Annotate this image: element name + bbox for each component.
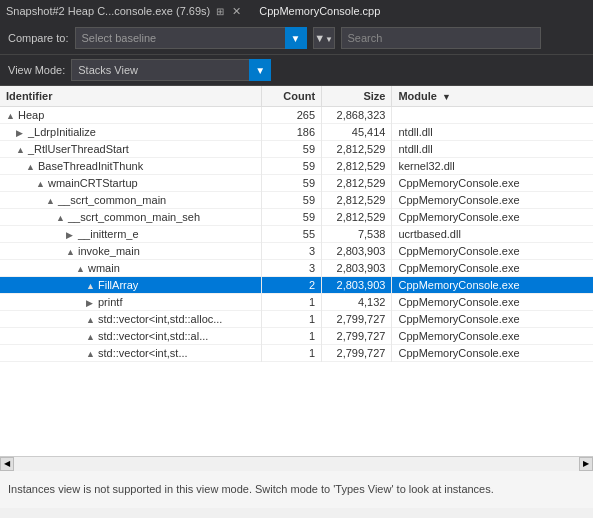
horizontal-scrollbar[interactable]: ◀ ▶ (0, 456, 593, 470)
cell-module: CppMemoryConsole.exe (392, 260, 593, 277)
cell-count: 1 (261, 328, 321, 345)
cell-identifier: ▲wmain (0, 260, 261, 277)
cell-size: 2,812,529 (322, 158, 392, 175)
table-row[interactable]: ▲wmainCRTStartup592,812,529CppMemoryCons… (0, 175, 593, 192)
col-header-size[interactable]: Size (322, 86, 392, 107)
table-row[interactable]: ▲FillArray22,803,903CppMemoryConsole.exe (0, 277, 593, 294)
cell-size: 2,812,529 (322, 141, 392, 158)
table-row[interactable]: ▶printf14,132CppMemoryConsole.exe (0, 294, 593, 311)
cell-module: CppMemoryConsole.exe (392, 175, 593, 192)
tree-expand-icon[interactable]: ▲ (6, 111, 16, 121)
filter-button[interactable]: ▼▼ (313, 27, 335, 49)
tree-expand-icon[interactable]: ▲ (46, 196, 56, 206)
cell-module: CppMemoryConsole.exe (392, 209, 593, 226)
search-input[interactable] (341, 27, 541, 49)
cell-module: CppMemoryConsole.exe (392, 294, 593, 311)
cell-module: ntdll.dll (392, 141, 593, 158)
col-header-module[interactable]: Module ▼ (392, 86, 593, 107)
tree-expand-icon[interactable]: ▶ (16, 128, 26, 138)
cell-identifier: ▲_RtlUserThreadStart (0, 141, 261, 158)
cell-module: kernel32.dll (392, 158, 593, 175)
status-message: Instances view is not supported in this … (8, 482, 494, 497)
table-row[interactable]: ▲std::vector<int,std::alloc...12,799,727… (0, 311, 593, 328)
cell-size: 4,132 (322, 294, 392, 311)
cell-size: 2,799,727 (322, 345, 392, 362)
cell-count: 55 (261, 226, 321, 243)
cell-size: 2,812,529 (322, 175, 392, 192)
cell-identifier: ▲__scrt_common_main_seh (0, 209, 261, 226)
viewmode-row: View Mode: Stacks View Types View Instan… (0, 55, 593, 86)
cell-size: 2,803,903 (322, 260, 392, 277)
table-row[interactable]: ▲std::vector<int,st...12,799,727CppMemor… (0, 345, 593, 362)
viewmode-select[interactable]: Stacks View Types View Instances View (71, 59, 271, 81)
scroll-track[interactable] (14, 457, 579, 471)
module-sort-icon: ▼ (442, 92, 451, 102)
cell-size: 2,812,529 (322, 209, 392, 226)
cell-count: 59 (261, 209, 321, 226)
table-row[interactable]: ▲wmain32,803,903CppMemoryConsole.exe (0, 260, 593, 277)
cell-identifier: ▲Heap (0, 107, 261, 124)
viewmode-label: View Mode: (8, 64, 65, 76)
cell-count: 2 (261, 277, 321, 294)
cell-module: CppMemoryConsole.exe (392, 277, 593, 294)
table-row[interactable]: ▲__scrt_common_main592,812,529CppMemoryC… (0, 192, 593, 209)
tree-expand-icon[interactable]: ▲ (26, 162, 36, 172)
cell-identifier: ▶printf (0, 294, 261, 311)
cell-size: 2,868,323 (322, 107, 392, 124)
heap-table: Identifier Count Size Module ▼ ▲Heap2652… (0, 86, 593, 362)
table-row[interactable]: ▲_RtlUserThreadStart592,812,529ntdll.dll (0, 141, 593, 158)
col-header-count[interactable]: Count (261, 86, 321, 107)
cell-count: 3 (261, 260, 321, 277)
cell-identifier: ▲__scrt_common_main (0, 192, 261, 209)
cell-identifier: ▲std::vector<int,st... (0, 345, 261, 362)
cell-module (392, 107, 593, 124)
tree-expand-icon[interactable]: ▲ (66, 247, 76, 257)
tree-expand-icon[interactable]: ▶ (66, 230, 76, 240)
data-table-container: Identifier Count Size Module ▼ ▲Heap2652… (0, 86, 593, 456)
viewmode-container: Stacks View Types View Instances View ▼ (71, 59, 271, 81)
table-row[interactable]: ▲Heap2652,868,323 (0, 107, 593, 124)
cell-count: 265 (261, 107, 321, 124)
cell-size: 45,414 (322, 124, 392, 141)
compare-toolbar: Compare to: Select baseline ▼ ▼▼ (0, 22, 593, 55)
baseline-select[interactable]: Select baseline (75, 27, 307, 49)
tree-expand-icon[interactable]: ▶ (86, 298, 96, 308)
scroll-left-button[interactable]: ◀ (0, 457, 14, 471)
table-row[interactable]: ▶__initterm_e557,538ucrtbased.dll (0, 226, 593, 243)
cell-identifier: ▲wmainCRTStartup (0, 175, 261, 192)
cell-count: 3 (261, 243, 321, 260)
compare-label: Compare to: (8, 32, 69, 44)
pin-icon: ⊞ (216, 6, 224, 17)
tree-expand-icon[interactable]: ▲ (86, 349, 96, 359)
tree-expand-icon[interactable]: ▲ (16, 145, 26, 155)
cell-module: CppMemoryConsole.exe (392, 345, 593, 362)
cell-identifier: ▲std::vector<int,std::al... (0, 328, 261, 345)
cell-identifier: ▶__initterm_e (0, 226, 261, 243)
tree-expand-icon[interactable]: ▲ (86, 281, 96, 291)
cell-count: 59 (261, 141, 321, 158)
cell-identifier: ▲FillArray (0, 277, 261, 294)
tree-expand-icon[interactable]: ▲ (56, 213, 66, 223)
col-header-identifier[interactable]: Identifier (0, 86, 261, 107)
tree-expand-icon[interactable]: ▲ (36, 179, 46, 189)
filter-icon: ▼▼ (314, 32, 333, 44)
snapshot-title: Snapshot#2 Heap C...console.exe (7.69s) (6, 5, 210, 17)
cell-identifier: ▶_LdrpInitialize (0, 124, 261, 141)
tree-expand-icon[interactable]: ▲ (86, 332, 96, 342)
tree-expand-icon[interactable]: ▲ (86, 315, 96, 325)
cell-size: 2,803,903 (322, 243, 392, 260)
table-header-row: Identifier Count Size Module ▼ (0, 86, 593, 107)
table-row[interactable]: ▲BaseThreadInitThunk592,812,529kernel32.… (0, 158, 593, 175)
table-row[interactable]: ▲std::vector<int,std::al...12,799,727Cpp… (0, 328, 593, 345)
cell-count: 59 (261, 158, 321, 175)
table-row[interactable]: ▲__scrt_common_main_seh592,812,529CppMem… (0, 209, 593, 226)
close-button[interactable]: ✕ (228, 0, 245, 22)
cell-identifier: ▲invoke_main (0, 243, 261, 260)
table-row[interactable]: ▶_LdrpInitialize18645,414ntdll.dll (0, 124, 593, 141)
status-bar: Instances view is not supported in this … (0, 470, 593, 508)
cell-module: CppMemoryConsole.exe (392, 328, 593, 345)
tree-expand-icon[interactable]: ▲ (76, 264, 86, 274)
table-row[interactable]: ▲invoke_main32,803,903CppMemoryConsole.e… (0, 243, 593, 260)
scroll-right-button[interactable]: ▶ (579, 457, 593, 471)
baseline-container: Select baseline ▼ (75, 27, 307, 49)
